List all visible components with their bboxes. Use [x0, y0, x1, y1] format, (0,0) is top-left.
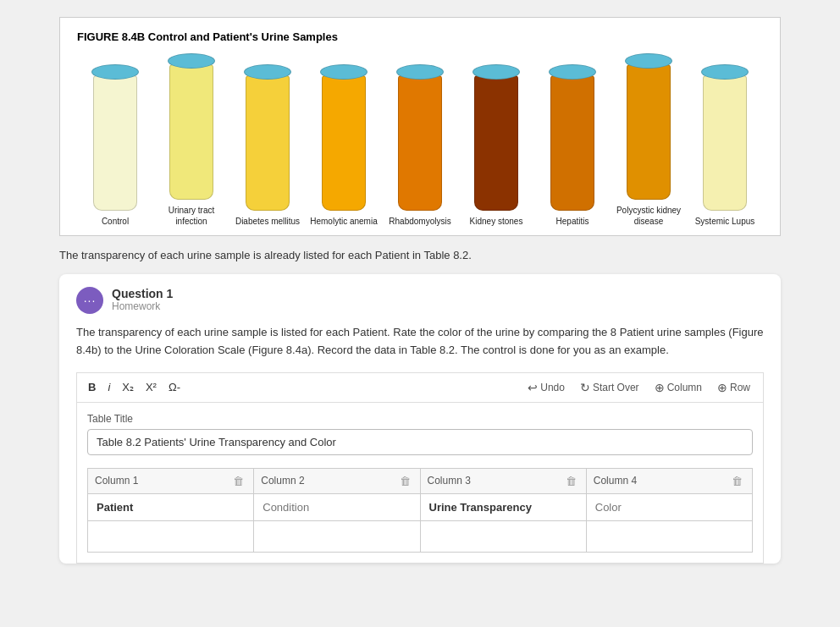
cylinder-label: Urinary tract infection — [158, 205, 225, 227]
column-header-label: Column 1 — [95, 475, 138, 487]
data-cell — [421, 521, 587, 552]
question-icon: ··· — [76, 287, 103, 314]
question-title: Question 1 — [112, 287, 173, 300]
page-container: FIGURE 8.4B Control and Patient's Urine … — [8, 8, 832, 572]
cylinder-item: Rhabdomyolysis — [386, 64, 454, 227]
add-column-icon: ⊕ — [655, 381, 665, 394]
question-body: The transparency of each urine sample is… — [76, 324, 764, 360]
column-header: Column 4 🗑 — [587, 469, 752, 494]
cylinder-cap — [168, 53, 215, 69]
column-header: Column 2 🗑 — [254, 469, 419, 494]
undo-button[interactable]: ↩ Undo — [522, 378, 571, 397]
cylinder-cap — [396, 64, 444, 80]
cylinder-item: Hepatitis — [539, 64, 606, 227]
editor-toolbar: B i X₂ X² Ω- ↩ Undo ↻ Start Over ⊕ Colum… — [76, 372, 764, 402]
figure-title: FIGURE 8.4B Control and Patient's Urine … — [69, 30, 771, 43]
data-cell-input[interactable] — [421, 521, 586, 552]
cylinder-body — [627, 64, 671, 200]
data-cell-input[interactable] — [254, 521, 419, 552]
cylinder-body — [398, 75, 442, 211]
cylinder-cap — [549, 64, 596, 80]
omega-button[interactable]: Ω- — [164, 378, 185, 396]
subscript-button[interactable]: X₂ — [118, 378, 138, 396]
data-row — [87, 521, 753, 553]
cylinder-label: Diabetes mellitus — [235, 216, 300, 227]
cylinder-body — [474, 75, 518, 211]
start-over-icon: ↻ — [580, 381, 590, 394]
question-icon-dots: ··· — [84, 294, 97, 307]
cylinder-item: Systemic Lupus — [691, 64, 759, 227]
column-header-label: Column 2 — [261, 475, 304, 487]
column-delete-button[interactable]: 🗑 — [230, 474, 246, 488]
data-cell-input[interactable] — [587, 521, 752, 552]
undo-icon: ↩ — [528, 381, 538, 394]
cylinder-body — [169, 64, 213, 200]
column-header-label: Column 3 — [428, 475, 471, 487]
table-editor: Table Title Column 1 🗑 Column 2 🗑 Column… — [76, 402, 764, 564]
cylinder-cap — [91, 64, 139, 80]
cylinder-label: Hepatitis — [556, 216, 589, 227]
superscript-button[interactable]: X² — [141, 378, 161, 396]
data-cell — [587, 521, 752, 552]
transparency-text: The transparency of each urine sample is… — [59, 249, 781, 261]
cylinder-body — [322, 75, 366, 211]
column-value-input[interactable] — [254, 494, 419, 520]
column-value-input[interactable] — [587, 494, 752, 520]
column-delete-button[interactable]: 🗑 — [729, 474, 745, 488]
cylinder-item: Urinary tract infection — [158, 53, 225, 227]
figure-box: FIGURE 8.4B Control and Patient's Urine … — [59, 17, 781, 236]
column-value-input[interactable] — [88, 494, 253, 520]
cylinder-body — [93, 75, 137, 211]
question-subtitle: Homework — [112, 300, 173, 312]
cylinder-cap — [625, 53, 672, 69]
cylinder-label: Systemic Lupus — [695, 216, 755, 227]
start-over-button[interactable]: ↻ Start Over — [574, 378, 645, 397]
column-label: Column — [667, 382, 702, 393]
question-meta: Question 1 Homework — [112, 287, 173, 312]
data-cell — [254, 521, 420, 552]
add-row-icon: ⊕ — [717, 381, 727, 394]
column-cell: Column 3 🗑 — [421, 469, 587, 520]
start-over-label: Start Over — [593, 382, 639, 393]
add-column-button[interactable]: ⊕ Column — [649, 378, 708, 397]
cylinder-body — [550, 75, 594, 211]
column-header-label: Column 4 — [594, 475, 637, 487]
cylinder-body — [246, 75, 290, 211]
cylinder-cap — [244, 64, 291, 80]
cylinder-label: Control — [102, 216, 129, 227]
column-delete-button[interactable]: 🗑 — [397, 474, 413, 488]
cylinder-item: Kidney stones — [462, 64, 530, 227]
column-delete-button[interactable]: 🗑 — [563, 474, 579, 488]
add-row-button[interactable]: ⊕ Row — [711, 378, 756, 397]
row-label: Row — [730, 382, 750, 393]
cylinder-cap — [320, 64, 368, 80]
cylinder-label: Polycystic kidney disease — [615, 205, 682, 227]
column-cell: Column 4 🗑 — [587, 469, 752, 520]
question-card: ··· Question 1 Homework The transparency… — [59, 274, 781, 564]
cylinder-item: Diabetes mellitus — [234, 64, 301, 227]
cylinder-item: Control — [81, 64, 149, 227]
cylinder-label: Hemolytic anemia — [310, 216, 377, 227]
column-header: Column 1 🗑 — [88, 469, 253, 494]
cylinder-body — [703, 75, 747, 211]
cylinder-label: Kidney stones — [470, 216, 523, 227]
data-cell — [88, 521, 254, 552]
column-header: Column 3 🗑 — [421, 469, 586, 494]
italic-button[interactable]: i — [103, 378, 114, 396]
undo-label: Undo — [540, 382, 565, 393]
data-cell-input[interactable] — [88, 521, 253, 552]
question-header: ··· Question 1 Homework — [76, 287, 764, 314]
cylinder-cap — [701, 64, 749, 80]
columns-row: Column 1 🗑 Column 2 🗑 Column 3 🗑 Column … — [87, 468, 753, 521]
table-title-label: Table Title — [87, 413, 753, 425]
cylinder-item: Hemolytic anemia — [310, 64, 378, 227]
column-cell: Column 2 🗑 — [254, 469, 420, 520]
column-value-input[interactable] — [421, 494, 586, 520]
cylinders-row: Control Urinary tract infection Diabetes… — [69, 53, 771, 227]
bold-button[interactable]: B — [84, 378, 100, 396]
cylinder-cap — [472, 64, 520, 80]
cylinder-item: Polycystic kidney disease — [615, 53, 682, 227]
table-title-input[interactable] — [87, 429, 753, 455]
column-cell: Column 1 🗑 — [88, 469, 254, 520]
cylinder-label: Rhabdomyolysis — [389, 216, 450, 227]
